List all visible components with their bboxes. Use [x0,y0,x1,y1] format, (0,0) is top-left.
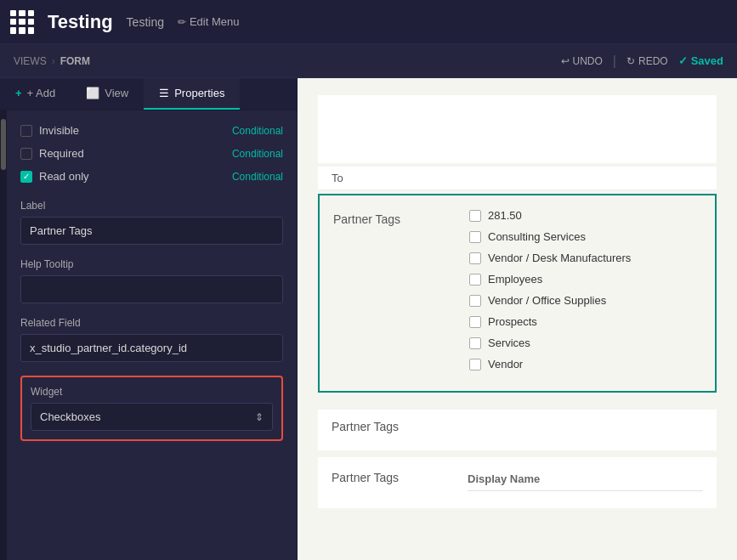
table-header: Display Name [468,467,703,491]
view-icon: ⬜ [86,87,99,99]
checkbox-label-1: Consulting Services [488,230,586,243]
redo-button[interactable]: ↻ REDO [626,55,668,67]
checkboxes-list: 281.50Consulting ServicesVendor / Desk M… [469,209,701,371]
bottom-section-2: Partner Tags Display Name [318,457,717,508]
checkbox-row-0: 281.50 [469,209,701,222]
checkbox-label-7: Vendor [488,358,523,371]
tooltip-input[interactable] [20,275,283,303]
widget-value: Checkboxes [40,410,101,423]
readonly-label: Read only [39,170,89,183]
label-input[interactable] [20,217,283,245]
related-field-input[interactable] [20,334,283,362]
bottom-partner-tags-label-2: Partner Tags [332,467,468,491]
label-field-label: Label [20,200,283,212]
breadcrumb-bar: VIEWS › FORM ↩ UNDO | ↻ REDO ✓ Saved [0,44,737,78]
right-content: To Partner Tags 281.50Consulting Service… [298,78,737,532]
required-option: Required Conditional [20,147,283,160]
invisible-label: Invisible [39,124,79,137]
nav-link[interactable]: Testing [127,15,164,29]
app-title: Testing [48,11,113,33]
related-field-label: Related Field [20,317,283,329]
form-checkbox-5[interactable] [469,316,481,328]
tab-properties[interactable]: ☰ Properties [144,78,240,110]
invisible-option: Invisible Conditional [20,124,283,137]
right-panel: To Partner Tags 281.50Consulting Service… [298,78,737,560]
checkbox-label-0: 281.50 [488,209,522,222]
checkbox-row-3: Employees [469,273,701,286]
checkbox-row-5: Prospects [469,315,701,328]
form-checkbox-6[interactable] [469,337,481,349]
scrollbar-thumb[interactable] [1,119,6,170]
options-section: Invisible Conditional Required Condition… [20,124,283,183]
checkbox-row-1: Consulting Services [469,230,701,243]
checkbox-label-5: Prospects [488,315,537,328]
breadcrumb: VIEWS › FORM [14,55,90,67]
widget-select[interactable]: Checkboxes ⇕ [31,403,273,431]
grid-icon[interactable] [10,10,34,34]
required-conditional[interactable]: Conditional [232,148,283,160]
checkbox-label-4: Vendor / Office Supplies [488,294,606,307]
left-content: Invisible Conditional Required Condition… [7,110,297,560]
saved-status: ✓ Saved [678,54,723,67]
form-checkbox-4[interactable] [469,295,481,307]
checkbox-row-7: Vendor [469,358,701,371]
partner-tags-field-label: Partner Tags [333,209,469,371]
to-label: To [332,172,400,184]
partner-tags-table-row: Partner Tags Display Name [332,467,703,491]
related-field-group: Related Field [20,317,283,362]
separator: | [613,54,616,69]
top-nav: Testing Testing Edit Menu [0,0,737,44]
bottom-section-1: Partner Tags [318,410,717,450]
form-checkbox-0[interactable] [469,210,481,222]
tab-add[interactable]: + + Add [0,78,71,110]
bottom-partner-tags-label-1: Partner Tags [332,420,703,433]
to-field-row: To [318,167,717,190]
properties-icon: ☰ [159,87,169,99]
left-panel: + + Add ⬜ View ☰ Properties [0,78,298,560]
readonly-checkbox[interactable] [20,171,32,183]
tab-view[interactable]: ⬜ View [71,78,144,110]
breadcrumb-views[interactable]: VIEWS [14,55,47,67]
main-layout: + + Add ⬜ View ☰ Properties [0,78,737,560]
breadcrumb-current: FORM [60,55,90,67]
readonly-option: Read only Conditional [20,170,283,183]
tabs: + + Add ⬜ View ☰ Properties [0,78,297,110]
partner-tags-checkboxes: 281.50Consulting ServicesVendor / Desk M… [469,209,701,371]
breadcrumb-actions: ↩ UNDO | ↻ REDO ✓ Saved [561,54,723,69]
display-name-col: Display Name [468,467,703,491]
readonly-conditional[interactable]: Conditional [232,171,283,183]
form-checkbox-2[interactable] [469,252,481,264]
label-field-group: Label [20,200,283,245]
partner-tags-section: Partner Tags 281.50Consulting ServicesVe… [318,194,717,393]
top-spacer [318,95,717,163]
widget-group: Widget Checkboxes ⇕ [20,376,283,441]
undo-button[interactable]: ↩ UNDO [561,55,603,67]
invisible-conditional[interactable]: Conditional [232,125,283,137]
checkbox-row-4: Vendor / Office Supplies [469,294,701,307]
left-scrollbar[interactable] [0,110,7,560]
checkbox-label-3: Employees [488,273,542,286]
tooltip-field-label: Help Tooltip [20,258,283,270]
checkbox-label-6: Services [488,337,530,349]
form-checkbox-1[interactable] [469,231,481,243]
checkbox-row-6: Services [469,337,701,349]
checkbox-label-2: Vendor / Desk Manufacturers [488,252,631,264]
chevron-icon: ⇕ [255,411,264,423]
partner-tags-row: Partner Tags 281.50Consulting ServicesVe… [333,209,701,371]
widget-label: Widget [31,386,273,398]
checkbox-row-2: Vendor / Desk Manufacturers [469,252,701,264]
edit-menu-link[interactable]: Edit Menu [178,15,240,28]
form-checkbox-7[interactable] [469,359,481,371]
required-checkbox[interactable] [20,148,32,160]
tooltip-field-group: Help Tooltip [20,258,283,303]
required-label: Required [39,147,84,160]
add-icon: + [15,87,22,99]
display-name-header: Display Name [468,472,540,485]
breadcrumb-separator: › [52,55,55,67]
form-checkbox-3[interactable] [469,274,481,286]
invisible-checkbox[interactable] [20,125,32,137]
